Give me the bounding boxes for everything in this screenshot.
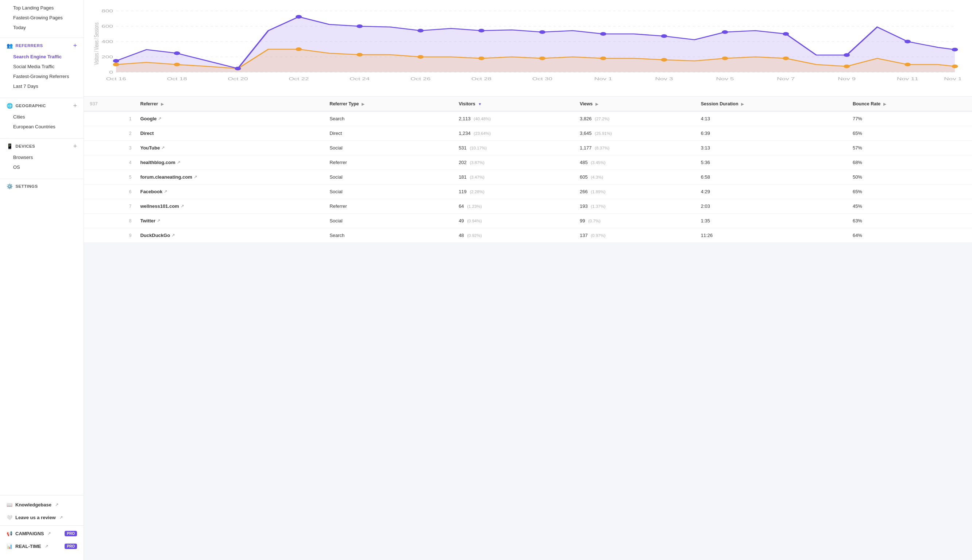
svg-text:Nov 3: Nov 3 xyxy=(655,77,673,81)
geographic-icon: 🌐 xyxy=(7,103,13,108)
orange-dot xyxy=(296,47,302,51)
sidebar-item-realtime[interactable]: 📊 REAL-TIME ↗ PRO xyxy=(0,540,84,553)
row-visitors: 48 (0.92%) xyxy=(453,228,574,243)
purple-dot xyxy=(843,53,850,57)
campaigns-ext-icon: ↗ xyxy=(47,531,51,536)
table-header-row: 937 Referrer ▶ Referrer Type ▶ Visitors … xyxy=(84,97,972,111)
sidebar-section-geographic: 🌐 GEOGRAPHIC + Cities European Countries xyxy=(0,93,84,133)
sidebar-section-referrers: 👥 REFERRERS + Search Engine Traffic Soci… xyxy=(0,32,84,93)
settings-section-header[interactable]: ⚙️ SETTINGS xyxy=(0,180,84,192)
col-header-views[interactable]: Views ▶ xyxy=(574,97,695,111)
row-referrer[interactable]: healthblog.com ↗ xyxy=(134,155,324,170)
table-row: 6 Facebook ↗ Social 119 (2.28%) 266 (1.8… xyxy=(84,185,972,199)
purple-dot xyxy=(905,40,911,43)
referrer-name[interactable]: Google xyxy=(140,116,157,122)
sidebar-item-fastest-growing-referrers[interactable]: Fastest-Growing Referrers xyxy=(0,72,84,81)
purple-dot xyxy=(952,48,958,52)
ext-link-icon: ↗ xyxy=(55,502,58,507)
referrer-sort-icon: ▶ xyxy=(161,102,164,106)
orange-dot xyxy=(783,57,789,60)
table-row: 7 wellness101.com ↗ Referrer 64 (1.23%) … xyxy=(84,199,972,213)
col-header-session-duration[interactable]: Session Duration ▶ xyxy=(695,97,847,111)
row-referrer[interactable]: Facebook ↗ xyxy=(134,185,324,199)
sidebar-item-knowledgebase[interactable]: 📖 Knowledgebase ↗ xyxy=(0,498,84,511)
row-rank: 3 xyxy=(84,141,134,155)
row-session-duration: 1:35 xyxy=(695,213,847,228)
row-rank: 5 xyxy=(84,170,134,185)
row-session-duration: 6:58 xyxy=(695,170,847,185)
table-container: 937 Referrer ▶ Referrer Type ▶ Visitors … xyxy=(84,97,972,243)
orange-dot xyxy=(661,58,667,62)
row-bounce-rate: 68% xyxy=(847,155,972,170)
orange-dot xyxy=(418,55,424,59)
table-row: 8 Twitter ↗ Social 49 (0.94%) 99 (0.7%) … xyxy=(84,213,972,228)
row-bounce-rate: 65% xyxy=(847,126,972,141)
svg-text:Oct 22: Oct 22 xyxy=(289,77,309,81)
sidebar-item-last-7-days[interactable]: Last 7 Days xyxy=(0,81,84,91)
devices-section-header[interactable]: 📱 DEVICES + xyxy=(0,140,84,152)
col-header-referrer-type[interactable]: Referrer Type ▶ xyxy=(324,97,453,111)
col-header-visitors[interactable]: Visitors ▼ xyxy=(453,97,574,111)
realtime-pro-badge: PRO xyxy=(65,543,77,549)
geographic-section-header[interactable]: 🌐 GEOGRAPHIC + xyxy=(0,100,84,112)
sidebar-item-browsers[interactable]: Browsers xyxy=(0,152,84,162)
orange-dot xyxy=(843,65,850,68)
referrer-name[interactable]: YouTube xyxy=(140,145,160,150)
referrer-name[interactable]: Direct xyxy=(140,130,154,136)
purple-dot xyxy=(296,15,302,18)
row-referrer[interactable]: Google ↗ xyxy=(134,111,324,126)
views-sort-icon: ▶ xyxy=(595,102,598,106)
table-body: 1 Google ↗ Search 2,113 (40.48%) 3,826 (… xyxy=(84,111,972,243)
row-referrer[interactable]: forum.cleaneating.com ↗ xyxy=(134,170,324,185)
purple-dot xyxy=(661,34,667,38)
row-referrer[interactable]: Direct xyxy=(134,126,324,141)
purple-dot xyxy=(356,25,363,28)
row-referrer[interactable]: Twitter ↗ xyxy=(134,213,324,228)
sidebar-section-devices: 📱 DEVICES + Browsers OS xyxy=(0,133,84,173)
col-header-bounce-rate[interactable]: Bounce Rate ▶ xyxy=(847,97,972,111)
orange-dot xyxy=(539,57,546,60)
col-header-referrer[interactable]: Referrer ▶ xyxy=(134,97,324,111)
sidebar-item-leave-review[interactable]: 🤍 Leave us a review ↗ xyxy=(0,511,84,524)
sidebar-item-today[interactable]: Today xyxy=(0,23,84,32)
devices-add-icon[interactable]: + xyxy=(73,143,77,150)
row-rank: 8 xyxy=(84,213,134,228)
referrer-name[interactable]: forum.cleaneating.com xyxy=(140,174,192,180)
referrers-title: 👥 REFERRERS xyxy=(7,43,43,48)
row-visitors: 49 (0.94%) xyxy=(453,213,574,228)
sidebar-item-fastest-growing-pages[interactable]: Fastest-Growing Pages xyxy=(0,13,84,23)
row-type: Social xyxy=(324,141,453,155)
row-referrer[interactable]: YouTube ↗ xyxy=(134,141,324,155)
sidebar-item-european-countries[interactable]: European Countries xyxy=(0,122,84,132)
row-views: 3,826 (27.2%) xyxy=(574,111,695,126)
row-referrer[interactable]: wellness101.com ↗ xyxy=(134,199,324,213)
row-views: 137 (0.97%) xyxy=(574,228,695,243)
row-bounce-rate: 45% xyxy=(847,199,972,213)
sidebar-item-social-media-traffic[interactable]: Social Media Traffic xyxy=(0,62,84,72)
sidebar-item-cities[interactable]: Cities xyxy=(0,112,84,122)
svg-text:Oct 26: Oct 26 xyxy=(411,77,431,81)
svg-text:Nov 5: Nov 5 xyxy=(716,77,734,81)
row-visitors: 64 (1.23%) xyxy=(453,199,574,213)
row-type: Social xyxy=(324,170,453,185)
svg-text:Nov 11: Nov 11 xyxy=(897,77,919,81)
megaphone-icon: 📢 xyxy=(7,531,12,536)
row-referrer[interactable]: DuckDuckGo ↗ xyxy=(134,228,324,243)
sidebar-item-top-landing[interactable]: Top Landing Pages xyxy=(0,3,84,13)
geographic-add-icon[interactable]: + xyxy=(73,102,77,109)
referrers-add-icon[interactable]: + xyxy=(73,42,77,49)
settings-title: ⚙️ SETTINGS xyxy=(7,183,38,189)
referrer-name[interactable]: wellness101.com xyxy=(140,203,179,209)
sidebar-item-os[interactable]: OS xyxy=(0,162,84,172)
referrer-name[interactable]: healthblog.com xyxy=(140,160,175,165)
referrers-section-header[interactable]: 👥 REFERRERS + xyxy=(0,39,84,52)
row-type: Referrer xyxy=(324,199,453,213)
chart-container: 800 600 400 200 0 xyxy=(84,0,972,97)
visitors-sort-icon: ▼ xyxy=(478,102,482,106)
referrer-name[interactable]: Facebook xyxy=(140,189,162,194)
referrer-name[interactable]: DuckDuckGo xyxy=(140,233,170,238)
row-type: Direct xyxy=(324,126,453,141)
sidebar-item-search-engine-traffic[interactable]: Search Engine Traffic xyxy=(0,52,84,62)
referrer-name[interactable]: Twitter xyxy=(140,218,155,223)
sidebar-item-campaigns[interactable]: 📢 CAMPAIGNS ↗ PRO xyxy=(0,527,84,540)
